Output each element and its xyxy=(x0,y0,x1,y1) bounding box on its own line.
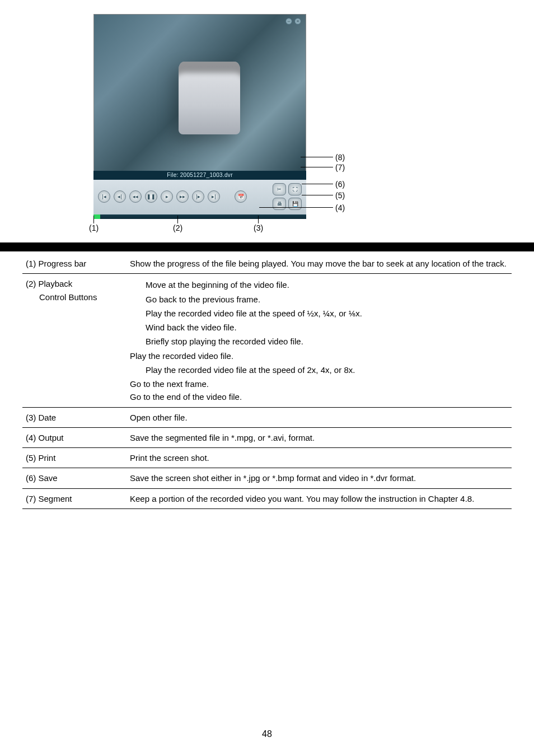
row-key-save: (6) Save xyxy=(22,468,129,488)
video-area: – × xyxy=(93,14,306,171)
callout-8: (8) xyxy=(335,153,345,162)
minimize-icon[interactable]: – xyxy=(285,18,292,25)
row-body-print: Print the screen shot. xyxy=(129,448,512,468)
row-key-date: (3) Date xyxy=(22,407,129,427)
callout-5: (5) xyxy=(335,191,345,200)
callout-4: (4) xyxy=(335,203,345,212)
skip-end-icon[interactable]: ▸| xyxy=(208,190,220,203)
prev-frame-icon[interactable]: ◂| xyxy=(114,190,126,203)
row-key-print: (5) Print xyxy=(22,448,129,468)
row-body-save: Save the screen shot either in *.jpg or … xyxy=(129,468,512,488)
row-body-playback: Move at the beginning of the video file.… xyxy=(129,274,512,407)
media-player: – × File: 20051227_1003.dvr |◂ ◂| ◂◂ ❚❚ … xyxy=(93,14,306,219)
date-button[interactable]: 📅 xyxy=(235,190,247,203)
next-frame-icon[interactable]: |▸ xyxy=(192,190,204,203)
row-body-segment: Keep a portion of the recorded video you… xyxy=(129,488,512,508)
control-bar: |◂ ◂| ◂◂ ❚❚ ▸ ▸▸ |▸ ▸| 📅 ✂ ⛶ 🖶 💾 xyxy=(93,180,306,214)
row-body-progress: Show the progress of the file being play… xyxy=(129,254,512,274)
callout-1: (1) xyxy=(89,223,99,232)
segment-button[interactable]: ✂ xyxy=(273,183,286,195)
row-key-playback: (2) Playback Control Buttons xyxy=(22,274,129,407)
row-body-date: Open other file. xyxy=(129,407,512,427)
callout-6: (6) xyxy=(335,180,345,189)
save-button[interactable]: 💾 xyxy=(288,198,302,210)
row-key-segment: (7) Segment xyxy=(22,488,129,508)
pause-icon[interactable]: ❚❚ xyxy=(145,190,157,203)
row-key-progress: (1) Progress bar xyxy=(22,254,129,274)
close-icon[interactable]: × xyxy=(294,18,301,25)
window-controls: – × xyxy=(285,18,301,25)
callout-3: (3) xyxy=(254,223,263,232)
play-icon[interactable]: ▸ xyxy=(161,190,173,203)
description-table: (1) Progress bar Show the progress of th… xyxy=(22,254,512,509)
callout-2: (2) xyxy=(173,223,182,232)
forward-icon[interactable]: ▸▸ xyxy=(176,190,189,203)
player-figure: – × File: 20051227_1003.dvr |◂ ◂| ◂◂ ❚❚ … xyxy=(93,14,441,234)
table-header-bar xyxy=(0,242,534,251)
callout-7: (7) xyxy=(335,163,345,172)
row-body-output: Save the segmented file in *.mpg, or *.a… xyxy=(129,427,512,447)
row-key-output: (4) Output xyxy=(22,427,129,447)
progress-bar[interactable] xyxy=(93,214,306,219)
fullscreen-button[interactable]: ⛶ xyxy=(288,183,302,195)
print-button[interactable]: 🖶 xyxy=(273,198,286,210)
rewind-icon[interactable]: ◂◂ xyxy=(129,190,142,203)
file-title-bar: File: 20051227_1003.dvr xyxy=(93,171,306,180)
skip-start-icon[interactable]: |◂ xyxy=(98,190,110,203)
page-number: 48 xyxy=(0,729,534,739)
